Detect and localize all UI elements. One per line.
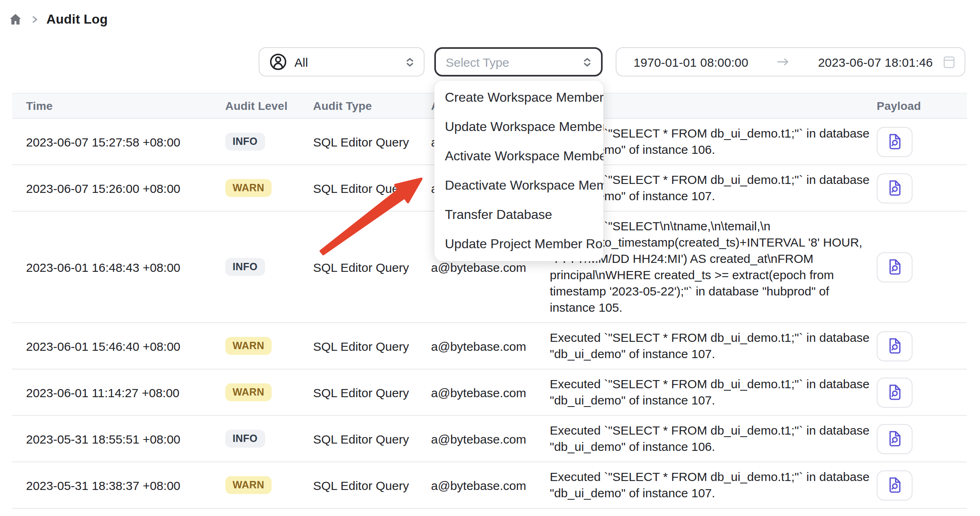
cell-comment: Executed `"SELECT * FROM db_ui_demo.t1;"… <box>550 462 877 508</box>
cell-time: 2023-05-31 18:38:37 +08:00 <box>26 462 225 508</box>
cell-audit-level: WARN <box>225 165 313 211</box>
actor-filter-select[interactable]: All <box>259 47 425 77</box>
cell-payload <box>877 370 967 415</box>
cell-audit-type: SQL Editor Query <box>313 462 431 508</box>
payload-view-button[interactable] <box>877 331 912 361</box>
type-menu-item[interactable]: Transfer Database <box>434 200 603 230</box>
type-filter-select[interactable]: Select Type <box>434 47 603 77</box>
column-header-type: Audit Type <box>313 99 431 112</box>
arrow-right-icon <box>777 57 790 67</box>
calendar-icon <box>943 55 955 68</box>
cell-audit-level: INFO <box>225 119 313 164</box>
date-range-start: 1970-01-01 08:00:00 <box>634 55 748 69</box>
payload-file-search-icon <box>886 258 904 276</box>
payload-view-button[interactable] <box>877 252 912 282</box>
cell-time: 2023-06-01 15:46:40 +08:00 <box>26 323 225 369</box>
audit-level-badge: INFO <box>225 133 265 151</box>
cell-actor: a@bytebase.com <box>431 370 550 415</box>
type-menu-item[interactable]: Update Workspace Member <box>434 112 603 142</box>
type-menu-item[interactable]: Deactivate Workspace Member <box>434 171 603 200</box>
payload-file-search-icon <box>886 337 904 355</box>
column-header-level: Audit Level <box>225 99 313 112</box>
payload-file-search-icon <box>886 133 904 151</box>
payload-file-search-icon <box>886 383 904 401</box>
payload-view-button[interactable] <box>877 377 912 407</box>
cell-comment: Executed `"SELECT * FROM db_ui_demo.t1;"… <box>550 370 877 415</box>
payload-file-search-icon <box>886 476 904 494</box>
column-header-time: Time <box>26 99 225 112</box>
home-icon[interactable] <box>8 12 23 27</box>
cell-audit-type: SQL Editor Query <box>313 323 431 369</box>
cell-audit-type: SQL Editor Query <box>313 416 431 461</box>
cell-payload <box>877 323 967 369</box>
payload-view-button[interactable] <box>877 424 912 454</box>
cell-time: 2023-06-01 11:14:27 +08:00 <box>26 370 225 415</box>
cell-actor: a@bytebase.com <box>431 323 550 369</box>
cell-actor: a@bytebase.com <box>431 462 550 508</box>
chevron-right-icon <box>30 15 39 24</box>
table-row: 2023-05-31 18:38:37 +08:00WARNSQL Editor… <box>12 462 967 509</box>
audit-level-badge: WARN <box>225 476 272 494</box>
filter-bar: All Select Type 1970-01-01 08:00:00 2023… <box>0 47 980 77</box>
cell-comment: Executed `"SELECT * FROM db_ui_demo.t1;"… <box>550 416 877 461</box>
payload-file-search-icon <box>886 179 904 197</box>
cell-payload <box>877 119 967 164</box>
cell-audit-type: SQL Editor Query <box>313 165 431 211</box>
cell-comment: Executed `"SELECT * FROM db_ui_demo.t1;"… <box>550 323 877 369</box>
cell-audit-level: INFO <box>225 416 313 461</box>
cell-time: 2023-06-07 15:27:58 +08:00 <box>26 119 225 164</box>
type-filter-placeholder: Select Type <box>446 55 509 69</box>
cell-payload <box>877 462 967 508</box>
table-row: 2023-05-31 18:55:51 +08:00INFOSQL Editor… <box>12 416 967 462</box>
breadcrumb: Audit Log <box>8 9 108 30</box>
cell-time: 2023-06-07 15:26:00 +08:00 <box>26 165 225 211</box>
payload-file-search-icon <box>886 430 904 448</box>
type-select-menu: Create Workspace MemberUpdate Workspace … <box>434 81 603 261</box>
type-menu-item[interactable]: Activate Workspace Member <box>434 142 603 171</box>
type-menu-item[interactable]: Create Workspace Member <box>434 83 603 112</box>
audit-level-badge: WARN <box>225 179 272 197</box>
audit-level-badge: INFO <box>225 430 265 448</box>
cell-audit-level: INFO <box>225 212 313 322</box>
cell-actor: a@bytebase.com <box>431 416 550 461</box>
audit-level-badge: WARN <box>225 337 272 355</box>
cell-audit-level: WARN <box>225 462 313 508</box>
chevron-updown-icon <box>404 56 416 68</box>
cell-payload <box>877 416 967 461</box>
actor-filter-value: All <box>294 55 308 69</box>
cell-time: 2023-05-31 18:55:51 +08:00 <box>26 416 225 461</box>
cell-audit-level: WARN <box>225 370 313 415</box>
cell-audit-type: SQL Editor Query <box>313 119 431 164</box>
payload-view-button[interactable] <box>877 470 912 500</box>
cell-audit-level: WARN <box>225 323 313 369</box>
type-menu-item[interactable]: Update Project Member Role <box>434 230 603 259</box>
audit-level-badge: WARN <box>225 383 272 401</box>
cell-payload <box>877 212 967 322</box>
column-header-payload: Payload <box>877 99 967 112</box>
audit-log-page: Audit Log All Select Type 1970-01-01 08:… <box>0 0 980 516</box>
page-title: Audit Log <box>46 12 108 27</box>
user-icon <box>269 53 287 71</box>
table-row: 2023-06-01 11:14:27 +08:00WARNSQL Editor… <box>12 370 967 416</box>
cell-payload <box>877 165 967 211</box>
chevron-updown-icon <box>581 56 593 68</box>
cell-audit-type: SQL Editor Query <box>313 370 431 415</box>
table-row: 2023-06-01 15:46:40 +08:00WARNSQL Editor… <box>12 323 967 370</box>
date-range-end: 2023-06-07 18:01:46 <box>818 55 933 69</box>
payload-view-button[interactable] <box>877 173 912 203</box>
payload-view-button[interactable] <box>877 127 912 157</box>
audit-level-badge: INFO <box>225 258 265 276</box>
date-range-picker[interactable]: 1970-01-01 08:00:00 2023-06-07 18:01:46 <box>616 47 965 77</box>
cell-audit-type: SQL Editor Query <box>313 212 431 322</box>
cell-time: 2023-06-01 16:48:43 +08:00 <box>26 212 225 322</box>
